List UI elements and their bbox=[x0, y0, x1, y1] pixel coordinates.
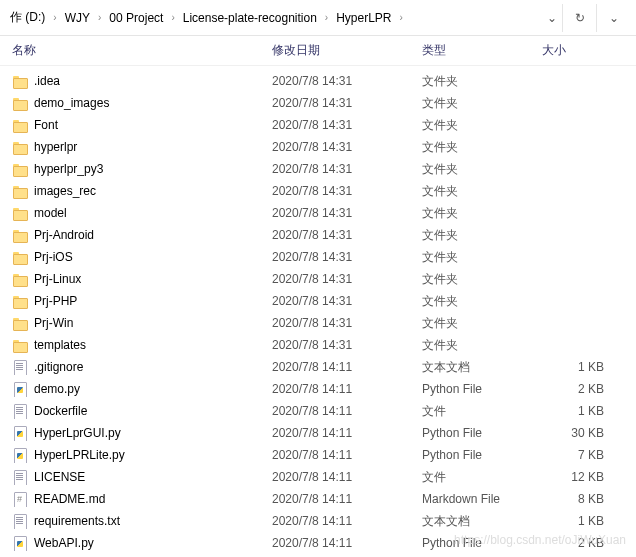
file-type: 文件 bbox=[422, 469, 542, 486]
python-file-icon bbox=[12, 381, 28, 397]
file-name: Dockerfile bbox=[34, 404, 87, 418]
file-date: 2020/7/8 14:11 bbox=[272, 404, 422, 418]
file-name-cell: Dockerfile bbox=[12, 403, 272, 419]
file-row[interactable]: demo.py2020/7/8 14:11Python File2 KB bbox=[0, 378, 636, 400]
file-name-cell: HyperLPRLite.py bbox=[12, 447, 272, 463]
file-name: .idea bbox=[34, 74, 60, 88]
breadcrumb-item[interactable]: HyperLPR bbox=[336, 11, 391, 25]
file-type: 文件夹 bbox=[422, 293, 542, 310]
chevron-right-icon: › bbox=[49, 12, 60, 23]
file-name: HyperLprGUI.py bbox=[34, 426, 121, 440]
file-date: 2020/7/8 14:11 bbox=[272, 360, 422, 374]
address-bar: 作 (D:) › WJY › 00 Project › License-plat… bbox=[0, 0, 636, 36]
file-date: 2020/7/8 14:31 bbox=[272, 338, 422, 352]
file-type: 文件夹 bbox=[422, 183, 542, 200]
file-name-cell: model bbox=[12, 205, 272, 221]
search-dropdown-button[interactable]: ⌄ bbox=[596, 4, 630, 32]
file-row[interactable]: LICENSE2020/7/8 14:11文件12 KB bbox=[0, 466, 636, 488]
file-row[interactable]: HyperLPRLite.py2020/7/8 14:11Python File… bbox=[0, 444, 636, 466]
file-row[interactable]: README.md2020/7/8 14:11Markdown File8 KB bbox=[0, 488, 636, 510]
file-name-cell: LICENSE bbox=[12, 469, 272, 485]
file-row[interactable]: requirements.txt2020/7/8 14:11文本文档1 KB bbox=[0, 510, 636, 532]
file-size: 2 KB bbox=[542, 382, 624, 396]
file-row[interactable]: Font2020/7/8 14:31文件夹 bbox=[0, 114, 636, 136]
file-row[interactable]: demo_images2020/7/8 14:31文件夹 bbox=[0, 92, 636, 114]
file-type: 文件夹 bbox=[422, 73, 542, 90]
file-type: 文件夹 bbox=[422, 139, 542, 156]
file-row[interactable]: .gitignore2020/7/8 14:11文本文档1 KB bbox=[0, 356, 636, 378]
file-name-cell: README.md bbox=[12, 491, 272, 507]
file-row[interactable]: templates2020/7/8 14:31文件夹 bbox=[0, 334, 636, 356]
file-size: 2 KB bbox=[542, 536, 624, 550]
column-header-size[interactable]: 大小 bbox=[542, 42, 624, 59]
file-name: README.md bbox=[34, 492, 105, 506]
chevron-right-icon: › bbox=[396, 12, 407, 23]
file-row[interactable]: images_rec2020/7/8 14:31文件夹 bbox=[0, 180, 636, 202]
file-type: Python File bbox=[422, 426, 542, 440]
file-row[interactable]: Prj-Linux2020/7/8 14:31文件夹 bbox=[0, 268, 636, 290]
breadcrumb-root[interactable]: 作 (D:) bbox=[10, 9, 45, 26]
file-date: 2020/7/8 14:31 bbox=[272, 316, 422, 330]
refresh-button[interactable]: ↻ bbox=[562, 4, 596, 32]
file-row[interactable]: WebAPI.py2020/7/8 14:11Python File2 KB bbox=[0, 532, 636, 554]
file-name-cell: HyperLprGUI.py bbox=[12, 425, 272, 441]
file-name: Prj-Android bbox=[34, 228, 94, 242]
breadcrumb-item[interactable]: WJY bbox=[65, 11, 90, 25]
python-file-icon bbox=[12, 425, 28, 441]
python-file-icon bbox=[12, 535, 28, 551]
folder-icon bbox=[12, 271, 28, 287]
file-type: 文件夹 bbox=[422, 161, 542, 178]
column-header-name[interactable]: 名称 bbox=[12, 42, 272, 59]
file-date: 2020/7/8 14:31 bbox=[272, 74, 422, 88]
file-date: 2020/7/8 14:11 bbox=[272, 382, 422, 396]
breadcrumb-item[interactable]: 00 Project bbox=[109, 11, 163, 25]
file-name: hyperlpr bbox=[34, 140, 77, 154]
file-name-cell: templates bbox=[12, 337, 272, 353]
file-type: Python File bbox=[422, 536, 542, 550]
file-name: WebAPI.py bbox=[34, 536, 94, 550]
file-date: 2020/7/8 14:31 bbox=[272, 140, 422, 154]
file-size: 8 KB bbox=[542, 492, 624, 506]
file-row[interactable]: HyperLprGUI.py2020/7/8 14:11Python File3… bbox=[0, 422, 636, 444]
file-date: 2020/7/8 14:31 bbox=[272, 118, 422, 132]
file-type: 文件 bbox=[422, 403, 542, 420]
column-header-type[interactable]: 类型 bbox=[422, 42, 542, 59]
breadcrumb[interactable]: 作 (D:) › WJY › 00 Project › License-plat… bbox=[6, 9, 542, 26]
file-row[interactable]: Dockerfile2020/7/8 14:11文件1 KB bbox=[0, 400, 636, 422]
file-row[interactable]: .idea2020/7/8 14:31文件夹 bbox=[0, 70, 636, 92]
file-date: 2020/7/8 14:31 bbox=[272, 228, 422, 242]
file-type: 文件夹 bbox=[422, 315, 542, 332]
file-row[interactable]: Prj-Win2020/7/8 14:31文件夹 bbox=[0, 312, 636, 334]
file-type: 文件夹 bbox=[422, 117, 542, 134]
file-row[interactable]: Prj-iOS2020/7/8 14:31文件夹 bbox=[0, 246, 636, 268]
column-header-date[interactable]: 修改日期 bbox=[272, 42, 422, 59]
python-file-icon bbox=[12, 447, 28, 463]
history-dropdown-button[interactable]: ⌄ bbox=[542, 11, 562, 25]
file-size: 7 KB bbox=[542, 448, 624, 462]
file-row[interactable]: Prj-Android2020/7/8 14:31文件夹 bbox=[0, 224, 636, 246]
file-name: model bbox=[34, 206, 67, 220]
file-name-cell: images_rec bbox=[12, 183, 272, 199]
file-date: 2020/7/8 14:31 bbox=[272, 272, 422, 286]
chevron-down-icon: ⌄ bbox=[547, 11, 557, 25]
file-date: 2020/7/8 14:11 bbox=[272, 536, 422, 550]
file-row[interactable]: hyperlpr_py32020/7/8 14:31文件夹 bbox=[0, 158, 636, 180]
file-name-cell: Prj-Linux bbox=[12, 271, 272, 287]
folder-icon bbox=[12, 205, 28, 221]
file-type: 文件夹 bbox=[422, 271, 542, 288]
file-row[interactable]: Prj-PHP2020/7/8 14:31文件夹 bbox=[0, 290, 636, 312]
breadcrumb-item[interactable]: License-plate-recognition bbox=[183, 11, 317, 25]
file-date: 2020/7/8 14:11 bbox=[272, 448, 422, 462]
file-type: 文件夹 bbox=[422, 337, 542, 354]
file-date: 2020/7/8 14:31 bbox=[272, 250, 422, 264]
file-name-cell: demo_images bbox=[12, 95, 272, 111]
refresh-icon: ↻ bbox=[575, 11, 585, 25]
file-row[interactable]: hyperlpr2020/7/8 14:31文件夹 bbox=[0, 136, 636, 158]
folder-icon bbox=[12, 249, 28, 265]
file-date: 2020/7/8 14:11 bbox=[272, 426, 422, 440]
file-name-cell: requirements.txt bbox=[12, 513, 272, 529]
file-name: images_rec bbox=[34, 184, 96, 198]
file-date: 2020/7/8 14:11 bbox=[272, 514, 422, 528]
file-row[interactable]: model2020/7/8 14:31文件夹 bbox=[0, 202, 636, 224]
file-type: Python File bbox=[422, 382, 542, 396]
